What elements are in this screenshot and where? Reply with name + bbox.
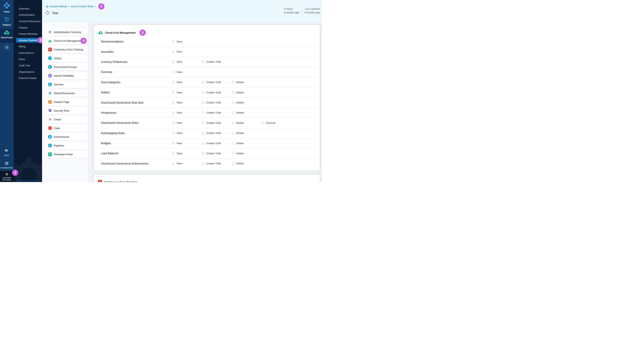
sidebar-item-plans[interactable]: Plans [14, 56, 42, 63]
permission-label: Create / Edit [206, 91, 221, 94]
panel-header: Continuous Error Tracking [94, 174, 320, 182]
permission-label: View [176, 152, 182, 155]
nav-module-home[interactable]: Home [0, 2, 14, 13]
permission-row: Overview View [94, 67, 320, 77]
breadcrumb-access-control-roles[interactable]: Access Control: Roles [71, 5, 94, 8]
annotation-badge-4: 4 [80, 38, 86, 44]
sidebar-item-access-control[interactable]: Access Control 2 [14, 37, 42, 44]
permission-label: Delete [236, 81, 244, 84]
category-cloud-cost-management[interactable]: $ Cloud Cost Management 4 [45, 37, 88, 45]
resource-category-list: ⚙ Administrative Functions $ Cloud Cost … [42, 22, 88, 182]
permission-checkbox[interactable] [202, 162, 204, 165]
permission-checkbox[interactable] [172, 81, 175, 84]
permission-checkbox[interactable] [232, 81, 234, 84]
permission-checkbox[interactable] [172, 162, 175, 165]
nav-account-settings[interactable]: ⚙ ACCOUNTSETTINGS [0, 173, 14, 181]
sidebar-item-authentication[interactable]: Authentication [14, 12, 42, 18]
permission-checkbox[interactable] [262, 121, 264, 124]
permission-checkbox[interactable] [232, 111, 234, 114]
permission-checkbox[interactable] [172, 111, 175, 114]
permission-option: Delete [232, 91, 262, 94]
target-red-icon [98, 180, 102, 182]
permission-checkbox[interactable] [232, 132, 234, 134]
permission-checkbox[interactable] [172, 132, 175, 134]
permission-checkbox[interactable] [172, 40, 175, 43]
permission-checkbox[interactable] [202, 132, 204, 134]
sidebar-bottom-button[interactable] [16, 180, 40, 182]
permission-option: View [172, 60, 202, 63]
sidebar-item-billing[interactable]: Billing [14, 44, 42, 50]
permission-checkbox[interactable] [202, 111, 204, 114]
permission-checkbox[interactable] [172, 152, 175, 155]
nav-help[interactable]: ? HELP [0, 149, 14, 156]
nav-module-cloud-costs[interactable]: $ Cloud Costs [0, 29, 14, 39]
permission-rows: Recommendations View Anomalies View Curr… [94, 37, 320, 169]
permission-checkbox[interactable] [232, 101, 234, 104]
pipelines-icon [48, 144, 52, 147]
resource-label: Folders [101, 91, 172, 94]
permission-label: Delete [236, 111, 244, 114]
meta-value: 6 months ago [284, 11, 299, 14]
permission-checkbox[interactable] [202, 101, 204, 104]
category-label: Security Tests [54, 109, 70, 112]
permission-checkbox[interactable] [172, 142, 175, 144]
permission-checkbox[interactable] [232, 91, 234, 94]
sidebar-item-policies[interactable]: Policies [14, 25, 42, 31]
sidebar-item-organizations[interactable]: Organizations [14, 69, 42, 75]
category-security-tests[interactable]: Security Tests [45, 107, 88, 114]
permission-checkbox[interactable] [232, 121, 234, 124]
category-shared-resources[interactable]: Shared Resources [45, 89, 88, 97]
category-code[interactable]: Code [45, 124, 88, 132]
category-services[interactable]: Services [45, 81, 88, 88]
sidebar-item-audit-trail[interactable]: Audit Trail [14, 62, 42, 69]
permission-checkbox[interactable] [172, 91, 175, 94]
category-continuous-error-tracking[interactable]: Continuous Error Tracking [45, 46, 88, 53]
nav-dashboards[interactable]: DASHBOARDS [0, 161, 14, 169]
sidebar-item-external-tickets[interactable]: External Tickets [14, 75, 42, 82]
category-environments[interactable]: Environments [45, 133, 88, 141]
permission-checkbox[interactable] [202, 61, 204, 63]
cloud-dollar-icon: $ [98, 30, 103, 35]
sidebar-item-freeze-windows[interactable]: Freeze Windows [14, 31, 42, 37]
category-developer-portal[interactable]: Developer Portal [45, 150, 88, 158]
nav-module-projects[interactable]: Projects [0, 16, 14, 26]
permission-checkbox[interactable] [172, 71, 175, 73]
resource-label: Anomalies [101, 50, 172, 53]
last-updated-meta: Last Updated 6 months ago [305, 7, 320, 14]
sidebar-item-account-resources[interactable]: Account Resources [14, 18, 42, 25]
category-environment-groups[interactable]: Environment Groups [45, 63, 88, 71]
category-label: Environments [54, 135, 69, 138]
permission-checkbox[interactable] [172, 121, 175, 124]
permission-checkbox[interactable] [172, 51, 175, 53]
permission-checkbox[interactable] [202, 121, 204, 124]
category-pipelines[interactable]: Pipelines [45, 142, 88, 149]
permission-label: Create / Edit [206, 152, 221, 155]
category-label: Cloud Cost Management [54, 39, 82, 42]
category-gitops[interactable]: GitOps [45, 54, 88, 62]
permission-option: View [172, 131, 202, 134]
permission-checkbox[interactable] [232, 142, 234, 144]
permission-checkbox[interactable] [172, 101, 175, 104]
category-feature-flags[interactable]: Feature Flags [45, 98, 88, 106]
permission-label: Delete [236, 91, 244, 94]
sidebar-item-subscriptions[interactable]: Subscriptions [14, 50, 42, 56]
category-administrative-functions[interactable]: ⚙ Administrative Functions [45, 28, 88, 36]
permission-label: Create / Edit [206, 121, 221, 124]
permission-option: Delete [232, 131, 262, 134]
chaos-icon [48, 117, 52, 121]
permission-label: Create / Edit [206, 142, 221, 145]
permission-checkbox[interactable] [232, 152, 234, 155]
permission-checkbox[interactable] [202, 81, 204, 84]
permission-checkbox[interactable] [232, 162, 234, 165]
permission-checkbox[interactable] [172, 61, 175, 63]
category-service-reliability[interactable]: Service Reliability [45, 72, 88, 80]
annotation-badge-2: 2 [38, 37, 42, 43]
breadcrumb-account-settings[interactable]: Account Settings [50, 5, 67, 8]
permission-checkbox[interactable] [202, 142, 204, 144]
category-chaos[interactable]: Chaos [45, 115, 88, 123]
module-switcher-button[interactable] [4, 44, 10, 50]
permission-checkbox[interactable] [202, 91, 204, 94]
permission-checkbox[interactable] [202, 152, 204, 155]
module-label: Cloud Costs [1, 36, 13, 39]
sidebar-item-overview[interactable]: Overview [14, 6, 42, 12]
